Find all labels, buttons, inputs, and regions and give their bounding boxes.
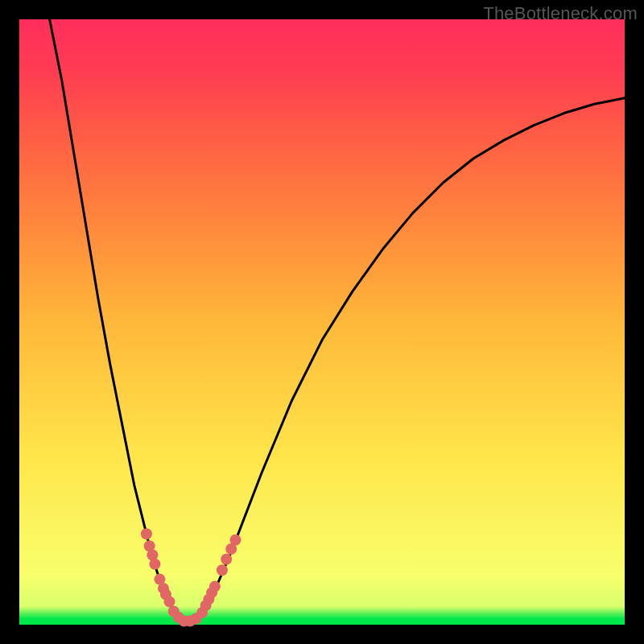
data-marker	[209, 581, 221, 592]
marker-group	[141, 528, 242, 626]
data-marker	[141, 528, 152, 539]
data-marker	[164, 596, 175, 607]
curve-layer	[19, 19, 625, 625]
data-marker	[229, 535, 241, 546]
curve-group	[50, 19, 625, 621]
watermark-label: TheBottleneck.com	[483, 3, 638, 24]
chart-frame: TheBottleneck.com	[0, 0, 644, 644]
data-marker	[221, 554, 232, 565]
data-marker	[217, 564, 228, 576]
data-marker	[149, 559, 160, 570]
bottleneck-curve	[50, 19, 625, 621]
